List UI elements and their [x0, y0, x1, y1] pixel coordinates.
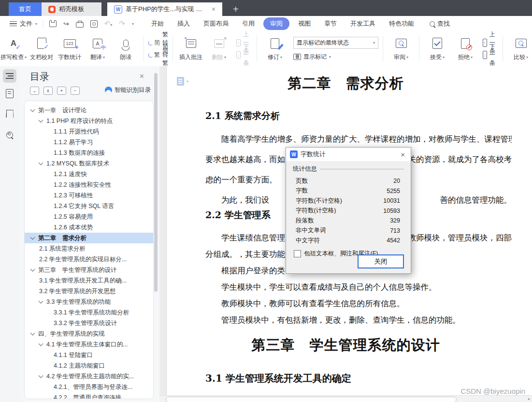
toc-item[interactable]: 4.1.2 主题功能窗口 [25, 360, 153, 371]
file-menu[interactable]: 文件 ▾ [10, 19, 37, 28]
toc-item[interactable]: 1.1 PHP 程序设计的特点 [25, 116, 153, 126]
chevron-down-icon[interactable] [39, 118, 43, 123]
track-changes-button[interactable]: 修订▾ [261, 37, 288, 61]
next-comment-button[interactable]: ↓ 下一条 [236, 51, 252, 60]
print-preview-icon[interactable] [90, 20, 98, 28]
markup-state-select[interactable]: 显示标记的最终状态▾ [293, 37, 378, 49]
translate-button[interactable]: A中 翻译▾ [84, 37, 111, 61]
toc-item[interactable]: 2.1 系统需求分析 [25, 243, 153, 254]
menu-item-section[interactable]: 章节 [317, 17, 344, 30]
toc-item[interactable]: 4.2.2 普通用户查询连接 [25, 392, 153, 399]
toc-item[interactable]: 1.2 MYSQL 数据库技术 [25, 158, 153, 169]
zoom-out-button[interactable]: − [71, 87, 80, 95]
bookmark-panel-button[interactable] [3, 107, 16, 120]
toc-item[interactable]: 3.3.2 学生管理系统设计 [25, 318, 153, 328]
smart-recognize-toc-button[interactable]: 智能识别目录 [105, 86, 151, 94]
read-aloud-button[interactable]: 朗读 [112, 37, 139, 61]
export-icon[interactable]: ↪ [63, 20, 69, 28]
toc-item[interactable]: 4.1 学生管理系统主体窗口的... [25, 339, 153, 350]
word-count-button[interactable]: 123+ 字数统计 [56, 37, 83, 61]
toc-item[interactable]: 第二章 需求分析 [25, 233, 153, 243]
save-icon[interactable] [49, 20, 57, 27]
toc-item[interactable]: 3.1 学生管理系统开发工具的确... [25, 275, 153, 286]
menu-item-special-features[interactable]: 特色功能 [382, 17, 421, 30]
chevron-down-icon[interactable] [39, 161, 43, 165]
include-footnotes-checkbox[interactable] [294, 250, 301, 257]
toc-item[interactable]: 2.2 学生管理系统的实现目标分... [25, 254, 153, 265]
chevron-down-icon[interactable] [39, 373, 43, 378]
toc-item[interactable]: 3.3 学生管理系统的功能 [25, 297, 153, 307]
toc-item[interactable]: 1.2.2 连接性和安全性 [25, 179, 153, 190]
find-button[interactable]: 查找 [430, 19, 450, 28]
toc-item[interactable]: 4.2.1、管理员界面与登录连... [25, 382, 153, 392]
menu-item-page-layout[interactable]: 页面布局 [197, 17, 235, 30]
chevron-down-icon[interactable] [30, 331, 35, 336]
simp-to-trad-button[interactable]: 繁 简转繁 [148, 51, 168, 60]
more-icon[interactable]: ▾ [132, 22, 134, 26]
delete-comment-button[interactable]: × 删除▾ [205, 37, 232, 61]
toc-item[interactable]: 1.1.2 易于学习 [25, 137, 153, 148]
toc-item[interactable]: 3.2 学生管理系统的开发思想 [25, 286, 153, 297]
chevron-down-icon[interactable] [39, 299, 43, 304]
dialog-title-bar[interactable]: W 字数统计 × [286, 148, 411, 161]
review-pane-button[interactable]: 审阅▾ [388, 37, 415, 61]
comments-panel-button[interactable] [3, 87, 16, 100]
toc-item[interactable]: 1.2.3 可移植性 [25, 190, 153, 201]
stat-row: 非中文单词713 [293, 226, 404, 236]
toc-item[interactable]: 3.3.1 学生管理系统功能分析 [25, 307, 153, 318]
new-tab-button[interactable]: + [233, 2, 239, 16]
spell-check-button[interactable]: A✓ 拼写检查▾ [0, 37, 27, 61]
stat-row: 页数20 [293, 176, 404, 186]
tab-document[interactable]: W 基于PHP的学生...与实现 毕业论文 × [107, 2, 222, 16]
close-icon[interactable]: × [210, 5, 216, 13]
chevron-down-icon[interactable] [39, 342, 43, 346]
close-icon[interactable]: × [140, 72, 144, 81]
chevron-down-icon[interactable] [30, 267, 35, 272]
proofread-button[interactable]: ✓ 文档校对 [28, 37, 55, 61]
toc-item[interactable]: 4.1.1 登陆窗口 [25, 350, 153, 360]
next-change-button[interactable]: ↓ 下一条 [483, 51, 498, 60]
text-segment: 分组成。，其主要功能如 [205, 246, 293, 263]
menu-item-review[interactable]: 审阅 [263, 17, 289, 30]
menu-item-start[interactable]: 开始 [144, 17, 171, 30]
redo-icon[interactable]: ↷ [119, 20, 125, 28]
outline-panel-button[interactable] [3, 69, 16, 83]
print-icon[interactable] [76, 22, 84, 28]
horizontal-scrollbar-thumb[interactable] [166, 397, 457, 402]
chevron-down-icon[interactable] [30, 107, 35, 112]
toc-scrollbar-thumb[interactable] [154, 73, 158, 292]
toc-item[interactable]: 第三章 学生管理系统的设计 [25, 265, 153, 275]
show-markup-button[interactable]: 显示标记▾ [293, 52, 378, 61]
toc-item[interactable]: 1.2.5 容易使用 [25, 211, 153, 222]
insert-comment-button[interactable]: ＊ 插入批注 [177, 37, 204, 61]
compare-button[interactable]: 比较▾ [507, 37, 532, 61]
toc-item[interactable]: 第一章 设计理论 [25, 105, 153, 116]
find-replace-panel-button[interactable] [3, 128, 16, 142]
horizontal-scrollbar[interactable]: ▸ [159, 395, 532, 402]
expand-all-button[interactable]: ⌄ [30, 87, 39, 95]
tab-home[interactable]: 首页 [9, 2, 42, 16]
menu-item-insert[interactable]: 插入 [171, 17, 197, 30]
menu-item-references[interactable]: 引用 [235, 17, 261, 30]
toc-item[interactable]: 1.1.3 数据库的连接 [25, 148, 153, 158]
toc-item[interactable]: 1.2.1 速度快 [25, 169, 153, 179]
scroll-right-arrow-icon[interactable]: ▸ [528, 397, 530, 401]
close-button[interactable]: 关闭 [358, 254, 404, 268]
zoom-in-button[interactable]: + [57, 87, 66, 95]
tab-template[interactable]: 稻壳模板 [42, 2, 101, 16]
toc-item[interactable]: 1.2.6 成本优势 [25, 222, 153, 233]
toc-item[interactable]: 四、学生管理系统的实现 [25, 328, 153, 339]
reject-button[interactable]: 拒绝▾ [452, 37, 479, 61]
undo-icon[interactable]: ↶▾ [104, 20, 113, 28]
toc-item[interactable]: 1.2.4 它支持 SQL 语言 [25, 201, 153, 211]
toc-item[interactable]: 1.1.1 开源性代码 [25, 126, 153, 137]
accept-button[interactable]: 接受▾ [424, 37, 451, 61]
collapse-all-button[interactable]: ∧ [43, 87, 53, 95]
tab-bar: 首页 稻壳模板 W 基于PHP的学生...与实现 毕业论文 × + [0, 0, 532, 16]
close-icon[interactable]: × [399, 150, 407, 159]
section-3-1-heading: 3.1 学生管理系统开发工具的确定 [205, 372, 351, 385]
menu-item-view[interactable]: 视图 [291, 17, 317, 30]
toc-item[interactable]: 4.2 学生管理系统主题功能的实... [25, 371, 153, 382]
menu-item-dev-tools[interactable]: 开发工具 [344, 17, 382, 30]
chevron-down-icon[interactable] [30, 235, 35, 240]
